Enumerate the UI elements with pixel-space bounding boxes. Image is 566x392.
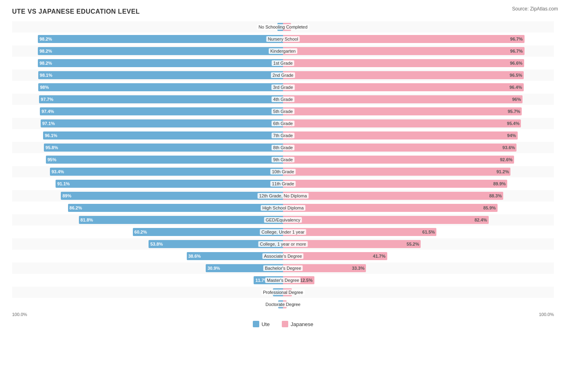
japanese-value: 12.5% [300, 278, 312, 283]
japanese-value: 55.2% [407, 242, 419, 246]
row-label: 12th Grade, No Diploma [258, 193, 309, 199]
row-label: 3rd Grade [271, 84, 295, 90]
table-row: 91.1% 11th Grade 89.9% [12, 178, 554, 189]
row-label: 8th Grade [272, 145, 295, 150]
row-label: 11th Grade [270, 181, 295, 187]
japanese-value: 41.7% [373, 254, 385, 259]
row-label: 1st Grade [272, 60, 294, 66]
ute-value: 95% [48, 157, 56, 162]
japanese-value: 61.5% [422, 230, 435, 234]
row-label: High School Diploma [261, 205, 306, 211]
row-label: Doctorate Degree [264, 302, 302, 307]
table-row: 60.2% College, Under 1 year 61.5% [12, 226, 554, 238]
row-label: GED/Equivalency [264, 217, 302, 223]
row-label: Associate's Degree [262, 253, 304, 259]
table-row: 53.8% College, 1 year or more 55.2% [12, 238, 554, 250]
japanese-value: 93.6% [502, 145, 515, 150]
source-label: Source: ZipAtlas.com [512, 6, 558, 12]
ute-value: 38.6% [188, 254, 201, 259]
ute-value: 97.4% [41, 109, 54, 114]
ute-value: 98% [40, 85, 49, 90]
ute-value: 53.8% [150, 242, 163, 246]
ute-value: 93.4% [52, 169, 64, 174]
japanese-value: 82.4% [475, 218, 487, 222]
legend-japanese-box [282, 321, 288, 327]
japanese-value: 89.9% [493, 181, 506, 186]
bars-area: 2.3% No Schooling Completed 3.3% 98.2% N… [12, 21, 554, 310]
table-row: 98.1% 2nd Grade 96.5% [12, 70, 554, 81]
row-label: Kindergarten [269, 48, 297, 54]
chart-title: UTE VS JAPANESE EDUCATION LEVEL [12, 8, 554, 15]
row-label: Nursery School [266, 36, 300, 42]
ute-value: 98.2% [39, 37, 52, 41]
japanese-value: 92.6% [500, 157, 512, 162]
table-row: 97.4% 5th Grade 95.7% [12, 106, 554, 117]
ute-value: 81.8% [81, 218, 93, 222]
ute-value: 91.1% [57, 181, 70, 186]
table-row: 96.1% 7th Grade 94% [12, 130, 554, 141]
ute-value: 30.9% [207, 266, 220, 271]
ute-value: 98.2% [39, 49, 52, 53]
japanese-value: 95.4% [507, 121, 519, 126]
ute-value: 98.2% [39, 61, 52, 66]
row-label: 4th Grade [272, 96, 295, 102]
table-row: 30.9% Bachelor's Degree 33.3% [12, 263, 554, 274]
legend-ute-label: Ute [262, 321, 270, 327]
row-label: 6th Grade [272, 121, 295, 126]
table-row: 98.2% 1st Grade 96.6% [12, 57, 554, 69]
axis-labels: 100.0% 100.0% [12, 312, 554, 317]
japanese-value: 96% [512, 97, 521, 102]
table-row: 2.3% No Schooling Completed 3.3% [12, 21, 554, 33]
table-row: 11.7% Master's Degree 12.5% [12, 275, 554, 286]
japanese-value: 95.7% [508, 109, 520, 114]
japanese-value: 96.5% [510, 73, 522, 78]
table-row: 89% 12th Grade, No Diploma 88.3% [12, 190, 554, 201]
ute-value: 89% [62, 193, 71, 198]
axis-left: 100.0% [12, 312, 27, 317]
row-label: No Schooling Completed [257, 24, 309, 30]
japanese-value: 85.9% [483, 205, 496, 210]
japanese-value: 96.7% [510, 49, 523, 53]
table-row: 98.2% Nursery School 96.7% [12, 33, 554, 45]
row-label: Bachelor's Degree [263, 265, 303, 271]
japanese-value: 33.3% [352, 266, 364, 271]
ute-value: 97.1% [42, 121, 55, 126]
row-label: 7th Grade [272, 133, 295, 138]
legend-japanese-label: Japanese [291, 321, 313, 327]
row-label: 9th Grade [272, 157, 295, 162]
table-row: 86.2% High School Diploma 85.9% [12, 202, 554, 213]
ute-value: 97.7% [41, 97, 53, 102]
ute-value: 98.1% [40, 73, 52, 78]
row-label: College, Under 1 year [260, 229, 306, 235]
table-row: 4% Professional Degree 3.5% [12, 287, 554, 298]
table-row: 98.2% Kindergarten 96.7% [12, 45, 554, 57]
row-label: 2nd Grade [271, 72, 295, 78]
row-label: 5th Grade [272, 109, 295, 114]
table-row: 2% Doctorate Degree 1.5% [12, 299, 554, 310]
row-label: Master's Degree [265, 277, 301, 283]
legend: Ute Japanese [12, 321, 554, 327]
japanese-value: 94% [507, 133, 516, 138]
table-row: 95% 9th Grade 92.6% [12, 154, 554, 165]
table-row: 95.8% 8th Grade 93.6% [12, 142, 554, 153]
ute-value: 86.2% [70, 205, 82, 210]
row-label: Professional Degree [261, 289, 305, 295]
table-row: 93.4% 10th Grade 91.2% [12, 166, 554, 177]
ute-value: 96.1% [45, 133, 57, 138]
table-row: 97.7% 4th Grade 96% [12, 94, 554, 105]
row-label: 10th Grade [270, 169, 295, 174]
japanese-value: 96.6% [510, 61, 523, 66]
chart-container: UTE VS JAPANESE EDUCATION LEVEL Source: … [0, 0, 566, 343]
ute-value: 60.2% [134, 230, 147, 234]
japanese-value: 96.4% [509, 85, 522, 90]
table-row: 98% 3rd Grade 96.4% [12, 82, 554, 93]
legend-ute: Ute [253, 321, 270, 327]
ute-value: 95.8% [45, 145, 58, 150]
table-row: 97.1% 6th Grade 95.4% [12, 118, 554, 129]
table-row: 38.6% Associate's Degree 41.7% [12, 250, 554, 262]
legend-japanese: Japanese [282, 321, 313, 327]
axis-right: 100.0% [539, 312, 554, 317]
japanese-value: 91.2% [496, 169, 509, 174]
table-row: 81.8% GED/Equivalency 82.4% [12, 214, 554, 226]
japanese-value: 96.7% [510, 37, 523, 41]
